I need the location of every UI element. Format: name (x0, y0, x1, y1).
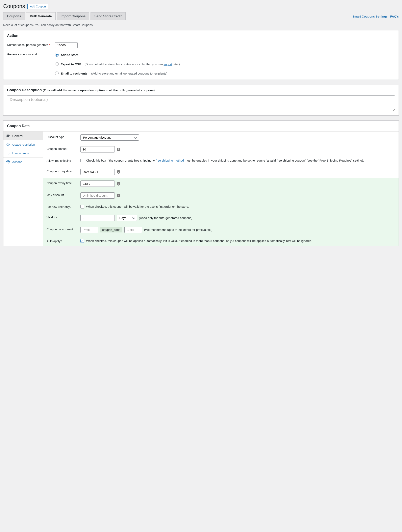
import-link[interactable]: import (164, 63, 172, 66)
expiry-time-label: Coupon expiry time (46, 180, 80, 185)
free-shipping-method-link[interactable]: free shipping method (156, 159, 184, 162)
coupon-amount-input[interactable] (80, 146, 115, 152)
sidebar-tab-actions-label: Actions (12, 160, 22, 164)
action-panel: Action Number of coupons to generate * G… (3, 30, 399, 80)
faqs-link[interactable]: FAQ's (390, 15, 399, 18)
coupon-data-title: Coupon Data (3, 121, 399, 131)
auto-apply-desc: When checked, this coupon will be applie… (86, 239, 395, 243)
sidebar-tab-usage-limits-label: Usage limits (12, 152, 29, 155)
auto-apply-label: Auto apply? (46, 239, 80, 243)
tab-send-store-credit[interactable]: Send Store Credit (91, 12, 125, 20)
radio-email-recipients-label: Email to recipients (61, 72, 87, 75)
radio-export-csv-desc: (Does not add to store, but creates a .c… (85, 63, 180, 66)
auto-apply-checkbox[interactable] (80, 239, 84, 243)
valid-for-note: (Used only for auto-generated coupons) (139, 216, 192, 220)
help-icon[interactable]: ? (117, 170, 120, 174)
hint-text: Need a lot of coupons? You can easily do… (3, 20, 399, 30)
sidebar-tab-usage-limits[interactable]: Usage limits (3, 149, 43, 158)
description-title: Coupon Description (This will add the sa… (3, 85, 399, 95)
description-panel: Coupon Description (This will add the sa… (3, 85, 399, 116)
num-coupons-label: Number of coupons to generate * (7, 42, 55, 46)
max-discount-label: Max discount (46, 192, 80, 196)
svg-point-4 (8, 161, 9, 162)
radio-add-to-store-label: Add to store (61, 53, 78, 57)
valid-for-label: Valid for (46, 215, 80, 219)
page-title: Coupons (3, 3, 25, 9)
description-textarea[interactable] (7, 95, 395, 111)
radio-export-csv-label: Export to CSV (61, 63, 81, 66)
action-title: Action (3, 30, 399, 41)
valid-for-input[interactable] (80, 215, 115, 221)
code-suffix-input[interactable] (124, 227, 142, 233)
tab-import-coupons[interactable]: Import Coupons (57, 12, 90, 20)
coupon-amount-label: Coupon amount (46, 146, 80, 151)
max-discount-input[interactable] (80, 192, 115, 199)
code-middle-chip: coupon_code (100, 227, 122, 233)
code-format-label: Coupon code format (46, 227, 80, 231)
link-separator: | (389, 15, 390, 18)
discount-type-label: Discount type (46, 134, 80, 139)
radio-email-recipients[interactable] (55, 71, 59, 75)
free-shipping-checkbox[interactable] (80, 159, 84, 162)
code-format-note: (We recommend up to three letters for pr… (144, 228, 212, 231)
code-prefix-input[interactable] (80, 227, 98, 233)
radio-add-to-store[interactable] (55, 53, 59, 57)
help-icon[interactable]: ? (117, 148, 120, 151)
sidebar-tab-general-label: General (12, 134, 23, 138)
help-icon[interactable]: ? (117, 182, 120, 185)
new-user-desc: When checked, this coupon will be valid … (86, 204, 395, 209)
free-shipping-label: Allow free shipping (46, 158, 80, 162)
svg-line-1 (7, 143, 9, 146)
tab-bulk-generate[interactable]: Bulk Generate (26, 12, 55, 20)
sidebar-tab-usage-restriction-label: Usage restriction (12, 143, 35, 146)
coupon-data-panel: Coupon Data General Usage restriction Us… (3, 120, 399, 246)
gear-icon (6, 160, 10, 164)
free-shipping-desc: Check this box if the coupon grants free… (86, 158, 395, 163)
new-user-label: For new user only? (46, 204, 80, 209)
expiry-date-label: Coupon expiry date (46, 169, 80, 173)
header-links: Smart Coupons Settings | FAQ's (352, 15, 399, 20)
new-user-checkbox[interactable] (80, 205, 84, 209)
add-coupon-button[interactable]: Add Coupon (27, 4, 48, 9)
sidebar-tab-actions[interactable]: Actions (3, 158, 43, 166)
ban-icon (6, 143, 10, 146)
discount-type-select[interactable]: Percentage discount (80, 134, 139, 141)
ticket-icon (6, 134, 10, 138)
generate-and-label: Generate coupons and (7, 52, 55, 56)
expiry-time-input[interactable] (80, 180, 115, 187)
sidebar-tab-general[interactable]: General (3, 132, 43, 140)
radio-email-recipients-desc: (Add to store and email generated coupon… (91, 72, 167, 75)
num-coupons-input[interactable] (55, 42, 78, 48)
smart-coupons-settings-link[interactable]: Smart Coupons Settings (352, 15, 389, 18)
radio-export-csv[interactable] (55, 62, 59, 66)
tab-coupons[interactable]: Coupons (3, 12, 25, 20)
move-icon (6, 151, 10, 155)
valid-for-unit-select[interactable]: Days (117, 215, 137, 221)
help-icon[interactable]: ? (117, 194, 120, 197)
expiry-date-input[interactable] (80, 169, 115, 175)
sidebar-tab-usage-restriction[interactable]: Usage restriction (3, 140, 43, 149)
